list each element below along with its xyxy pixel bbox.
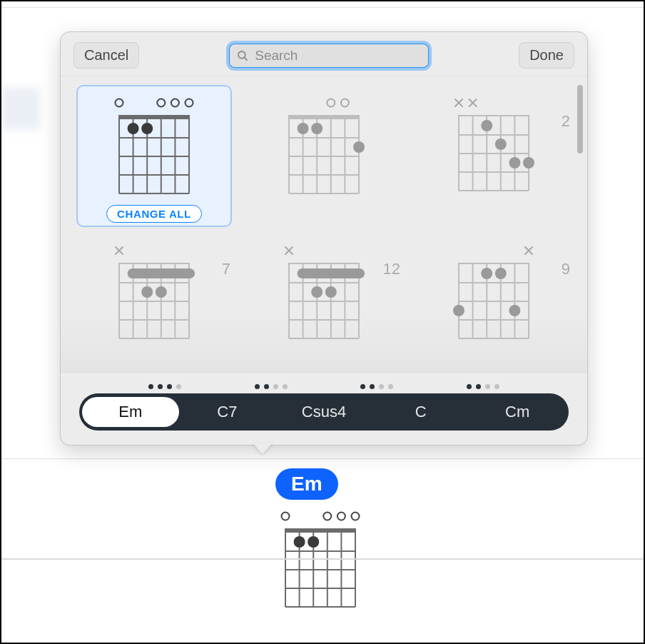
fret-position-label: 12	[383, 260, 400, 278]
svg-point-2	[116, 99, 123, 107]
svg-point-69	[156, 286, 167, 298]
svg-point-84	[311, 286, 322, 298]
svg-point-102	[509, 305, 520, 316]
segment-csus4[interactable]: Csus4	[275, 397, 372, 427]
svg-point-17	[128, 123, 139, 134]
segment-dots	[143, 384, 186, 389]
chord-option-5[interactable]: 9	[416, 233, 572, 351]
svg-rect-56	[119, 263, 189, 264]
search-field[interactable]	[229, 44, 429, 68]
segment-c[interactable]: C	[372, 397, 469, 427]
svg-point-99	[481, 268, 492, 279]
done-button[interactable]: Done	[519, 42, 574, 69]
popover-footer: EmC7Csus4CCm	[61, 372, 587, 445]
svg-point-105	[337, 513, 345, 520]
svg-point-33	[311, 123, 322, 134]
svg-point-100	[495, 268, 507, 279]
svg-rect-67	[128, 268, 195, 278]
chord-option-4[interactable]: 12	[246, 233, 402, 351]
svg-point-101	[453, 305, 464, 316]
svg-rect-72	[289, 263, 359, 264]
document-chord-chip[interactable]: Em	[275, 468, 338, 500]
svg-point-20	[341, 99, 349, 107]
segment-dots	[355, 384, 398, 389]
segment-dots-row	[112, 384, 536, 389]
chord-grid: CHANGE ALL27129	[76, 85, 572, 351]
fret-position-label: 9	[562, 260, 570, 278]
svg-rect-6	[119, 115, 189, 119]
scrollbar-thumb[interactable]	[577, 85, 583, 154]
segment-dots	[462, 384, 504, 389]
svg-point-50	[481, 120, 492, 131]
svg-point-51	[495, 139, 507, 150]
svg-point-18	[141, 123, 153, 134]
segment-c7[interactable]: C7	[179, 397, 276, 427]
svg-rect-107	[285, 528, 355, 533]
chord-option-1[interactable]	[246, 85, 402, 227]
svg-point-103	[282, 513, 290, 520]
segment-cm[interactable]: Cm	[469, 397, 566, 427]
svg-point-119	[308, 536, 319, 548]
chord-picker-popover: Cancel Done CHANGE ALL27129 EmC7Csus4CCm	[60, 31, 588, 446]
svg-point-4	[171, 99, 179, 107]
svg-point-34	[353, 141, 365, 153]
change-all-button[interactable]: CHANGE ALL	[106, 205, 202, 223]
chord-segment-picker: EmC7Csus4CCm	[79, 393, 569, 431]
popover-tail	[253, 443, 273, 454]
svg-point-85	[325, 286, 337, 298]
svg-point-53	[523, 157, 534, 168]
popover-header: Cancel Done	[61, 32, 587, 76]
segment-em[interactable]: Em	[82, 397, 179, 427]
chord-option-0[interactable]: CHANGE ALL	[76, 85, 232, 227]
document-chord-diagram	[271, 505, 370, 615]
cancel-button[interactable]: Cancel	[73, 42, 139, 69]
chord-option-2[interactable]: 2	[416, 85, 572, 227]
svg-rect-83	[298, 268, 365, 278]
chord-option-3[interactable]: 7	[76, 233, 232, 351]
svg-point-104	[323, 513, 331, 520]
search-icon	[236, 49, 249, 62]
svg-point-5	[186, 99, 193, 107]
svg-point-52	[509, 157, 520, 168]
svg-point-106	[352, 513, 360, 520]
svg-point-68	[141, 286, 153, 298]
fret-position-label: 7	[222, 260, 230, 278]
staff-line	[1, 558, 644, 560]
svg-rect-88	[459, 263, 529, 264]
fret-position-label: 2	[562, 112, 570, 131]
search-input[interactable]	[253, 47, 422, 64]
svg-point-32	[298, 123, 309, 134]
svg-point-19	[327, 99, 335, 107]
svg-line-1	[245, 57, 248, 60]
chord-grid-scroll[interactable]: CHANGE ALL27129	[61, 76, 587, 372]
svg-point-3	[157, 99, 165, 107]
segment-dots	[250, 384, 293, 389]
svg-rect-39	[459, 115, 529, 116]
svg-point-118	[294, 536, 305, 548]
svg-rect-21	[289, 115, 359, 119]
